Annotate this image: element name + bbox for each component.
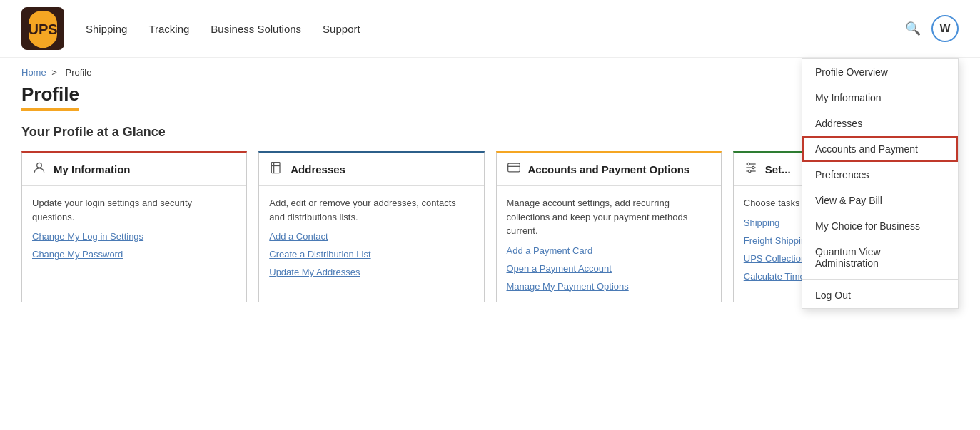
card-my-info-header: My Information: [22, 153, 246, 186]
sliders-icon: [744, 160, 758, 178]
svg-rect-6: [507, 163, 520, 172]
nav-shipping[interactable]: Shipping: [86, 23, 127, 35]
search-icon: 🔍: [905, 21, 921, 36]
link-manage-payment-options[interactable]: Manage My Payment Options: [507, 281, 711, 292]
link-open-payment-account[interactable]: Open a Payment Account: [507, 263, 711, 274]
card-addresses-header: Addresses: [259, 153, 483, 186]
nav-tracking[interactable]: Tracking: [148, 23, 189, 35]
svg-point-13: [748, 170, 750, 172]
dropdown-addresses[interactable]: Addresses: [802, 111, 958, 136]
link-create-distribution[interactable]: Create a Distribution List: [269, 249, 473, 260]
svg-text:UPS: UPS: [28, 21, 57, 37]
card-addresses-title: Addresses: [291, 163, 345, 175]
dropdown-profile-overview[interactable]: Profile Overview: [802, 59, 958, 85]
link-add-contact[interactable]: Add a Contact: [269, 231, 473, 242]
user-dropdown-menu: Profile Overview My Information Addresse…: [802, 58, 959, 309]
header-right: 🔍 W: [905, 15, 959, 42]
card-my-info: My Information Update your login setting…: [21, 151, 247, 302]
breadcrumb-home[interactable]: Home: [21, 67, 46, 78]
card-my-info-body: Update your login settings and security …: [22, 186, 246, 302]
card-settings-title: Set...: [765, 163, 791, 175]
nav-business-solutions[interactable]: Business Solutions: [211, 23, 301, 35]
breadcrumb-separator: >: [51, 67, 57, 78]
book-icon: [269, 160, 283, 178]
person-icon: [32, 160, 46, 178]
dropdown-view-pay-bill[interactable]: View & Pay Bill: [802, 188, 958, 213]
ups-logo[interactable]: UPS: [21, 7, 64, 50]
link-update-addresses[interactable]: Update My Addresses: [269, 267, 473, 277]
nav-support[interactable]: Support: [323, 23, 360, 35]
card-icon: [507, 160, 521, 178]
card-addresses-body: Add, edit or remove your addresses, cont…: [259, 186, 483, 302]
card-addresses: Addresses Add, edit or remove your addre…: [258, 151, 484, 302]
dropdown-quantum-view[interactable]: Quantum View Administration: [802, 239, 958, 276]
svg-point-2: [37, 163, 42, 168]
dropdown-accounts-payment[interactable]: Accounts and Payment: [802, 136, 958, 162]
svg-point-11: [747, 163, 749, 165]
card-accounts-header: Accounts and Payment Options: [497, 153, 721, 186]
card-my-info-title: My Information: [54, 163, 131, 175]
breadcrumb-current: Profile: [66, 67, 92, 78]
card-accounts: Accounts and Payment Options Manage acco…: [496, 151, 722, 302]
card-accounts-title: Accounts and Payment Options: [528, 163, 690, 175]
card-addresses-desc: Add, edit or remove your addresses, cont…: [269, 196, 473, 224]
link-change-login[interactable]: Change My Log in Settings: [32, 231, 236, 242]
dropdown-my-information[interactable]: My Information: [802, 85, 958, 111]
dropdown-preferences[interactable]: Preferences: [802, 162, 958, 188]
card-accounts-body: Manage account settings, add recurring c…: [497, 186, 721, 302]
header: UPS Shipping Tracking Business Solutions…: [0, 0, 980, 58]
dropdown-logout[interactable]: Log Out: [802, 282, 958, 308]
svg-point-12: [752, 166, 754, 168]
svg-rect-3: [272, 163, 281, 173]
card-accounts-desc: Manage account settings, add recurring c…: [507, 196, 711, 238]
user-initial: W: [939, 22, 950, 35]
dropdown-my-choice-business[interactable]: My Choice for Business: [802, 213, 958, 239]
main-nav: Shipping Tracking Business Solutions Sup…: [86, 23, 905, 35]
link-add-payment-card[interactable]: Add a Payment Card: [507, 245, 711, 256]
link-change-password[interactable]: Change My Password: [32, 249, 236, 260]
card-my-info-desc: Update your login settings and security …: [32, 196, 236, 224]
search-button[interactable]: 🔍: [905, 21, 921, 36]
user-avatar[interactable]: W: [931, 15, 959, 42]
dropdown-divider: [802, 279, 958, 280]
page-title: Profile: [21, 83, 79, 111]
